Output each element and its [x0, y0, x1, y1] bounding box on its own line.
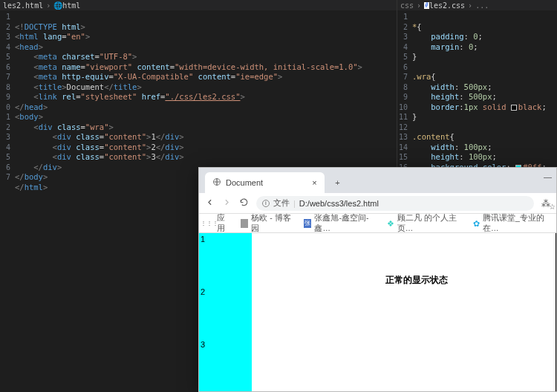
back-button[interactable]: [205, 197, 215, 209]
new-tab-button[interactable]: +: [329, 174, 347, 192]
globe-icon: [212, 177, 221, 188]
bookmark-item[interactable]: ✿腾讯课堂_专业的在…: [473, 213, 550, 234]
tab-close-icon[interactable]: ×: [312, 178, 316, 187]
bookmarks-bar: ⋮⋮⋮应用 杨欧 - 博客园 张张鑫旭-鑫空间-鑫… ❖顾二凡 的个人主页… ✿…: [199, 214, 556, 233]
breadcrumb-sep: ›: [46, 1, 51, 10]
breadcrumb-file-css[interactable]: les2.css: [429, 1, 465, 10]
content-box-3: 3: [199, 339, 252, 391]
apps-icon: ⋮⋮⋮: [205, 219, 214, 228]
favicon-icon: [241, 219, 249, 228]
browser-tabbar: Document × +: [199, 168, 556, 193]
html-icon: 🌐: [53, 1, 62, 10]
info-icon[interactable]: i: [262, 200, 270, 207]
gutter-html: 1 2 3 4 5 6 7 8 9 0 1 2 3 4 5 6 7: [0, 10, 15, 392]
browser-toolbar: i 文件 | D:/web/css3/les2.html ⁂: [199, 193, 556, 214]
url-prefix: 文件: [273, 197, 290, 209]
apps-shortcut[interactable]: ⋮⋮⋮应用: [205, 213, 230, 234]
css-icon: #: [424, 2, 429, 9]
favicon-icon: ❖: [387, 219, 394, 228]
address-bar[interactable]: i 文件 | D:/web/css3/les2.html: [256, 196, 534, 211]
favicon-icon: 张: [304, 219, 312, 228]
reload-button[interactable]: [239, 197, 249, 209]
bookmark-star-icon[interactable]: ☆: [550, 200, 556, 212]
breadcrumb-element[interactable]: html: [62, 1, 80, 10]
content-box-2: 2: [199, 286, 252, 339]
forward-button[interactable]: [222, 197, 232, 209]
breadcrumb-dir[interactable]: css: [400, 1, 414, 10]
breadcrumb-html[interactable]: les2.html › 🌐 html: [0, 0, 397, 10]
minimize-button[interactable]: —: [544, 172, 552, 181]
content-box-1: 1: [199, 233, 252, 286]
bookmark-item[interactable]: 杨欧 - 博客园: [241, 213, 293, 234]
breadcrumb-css[interactable]: css › # les2.css › ...: [397, 0, 557, 10]
wra-column: 1 2 3: [199, 233, 252, 391]
tab-title: Document: [226, 178, 263, 187]
breadcrumb-file[interactable]: les2.html: [3, 1, 43, 10]
bookmark-item[interactable]: ❖顾二凡 的个人主页…: [387, 213, 463, 234]
url-text: D:/web/css3/les2.html: [299, 199, 379, 208]
page-caption: 正常的显示状态: [385, 274, 448, 287]
breadcrumb-more[interactable]: ...: [475, 1, 489, 10]
browser-tab[interactable]: Document ×: [205, 172, 325, 193]
bookmark-item[interactable]: 张张鑫旭-鑫空间-鑫…: [304, 213, 377, 234]
browser-window[interactable]: — Document × + i 文件 | D:/web/css3/les2.h…: [198, 167, 557, 392]
browser-viewport: 1 2 3 正常的显示状态: [199, 233, 556, 391]
favicon-icon: ✿: [473, 219, 480, 228]
